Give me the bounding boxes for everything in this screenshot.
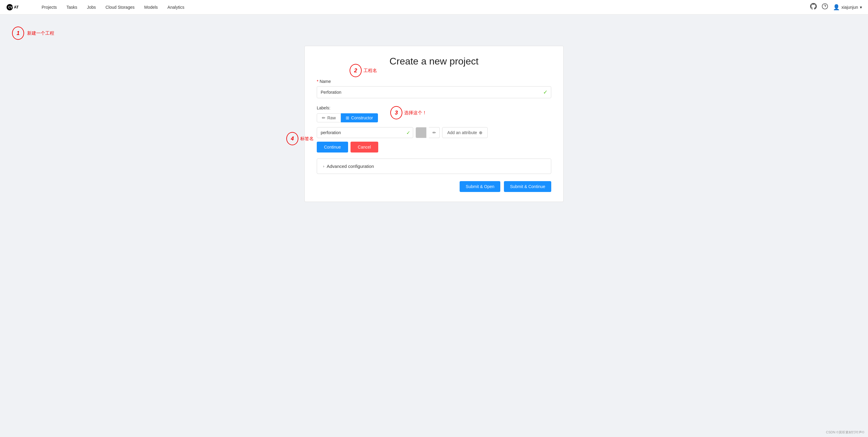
color-button[interactable]	[415, 127, 427, 138]
continue-button[interactable]: Continue	[317, 142, 348, 153]
name-label: * Name	[317, 79, 551, 84]
constructor-icon: ⊞	[346, 116, 349, 120]
nav-cloud-storages[interactable]: Cloud Storages	[101, 0, 140, 14]
constructor-tab[interactable]: ⊞ Constructor	[341, 113, 378, 122]
label-actions: Continue Cancel	[317, 142, 551, 153]
nav-tasks[interactable]: Tasks	[62, 0, 82, 14]
submit-row: Submit & Open Submit & Continue	[317, 181, 551, 192]
username: xiajunjun	[841, 5, 858, 10]
label-row: ✓ ✏ Add an attribute ⊕	[317, 127, 551, 138]
step1-annotation: 1 新建一个工程	[6, 27, 54, 40]
footer-note: CSDN ©莫听素材打叶声©	[826, 430, 864, 435]
project-name-input[interactable]	[317, 86, 551, 98]
chevron-right-icon: ›	[323, 164, 324, 168]
advanced-config-header: › Advanced configuration	[323, 164, 545, 169]
user-icon: 👤	[833, 4, 840, 10]
help-icon[interactable]	[822, 3, 828, 11]
svg-text:AT: AT	[14, 5, 19, 9]
step1-circle: 1	[12, 27, 24, 40]
name-valid-icon: ✓	[543, 89, 548, 96]
pencil-icon: ✏	[433, 130, 436, 135]
nav-projects[interactable]: Projects	[37, 0, 62, 14]
labels-section: Labels: ✏ Raw ⊞ Constructor	[317, 105, 551, 192]
plus-circle-icon: ⊕	[479, 130, 483, 135]
nav-links: Projects Tasks Jobs Cloud Storages Model…	[37, 0, 810, 14]
name-section: * Name ✓	[317, 79, 551, 98]
raw-tab[interactable]: ✏ Raw	[317, 113, 341, 122]
color-swatch	[421, 130, 422, 135]
required-star: *	[317, 79, 318, 84]
main-card: Create a new project * Name ✓ Labels:	[304, 46, 564, 202]
page-content: 1 新建一个工程 2 工程名 3 选择这个！ 4 标签名 Cre	[0, 14, 868, 214]
dropdown-icon: ▾	[860, 5, 862, 10]
label-name-input[interactable]	[317, 127, 413, 138]
submit-continue-button[interactable]: Submit & Continue	[504, 181, 551, 192]
nav-analytics[interactable]: Analytics	[163, 0, 189, 14]
svg-text:CV: CV	[8, 5, 13, 9]
label-valid-icon: ✓	[406, 130, 410, 136]
add-attr-label: Add an attribute	[447, 130, 477, 135]
brand[interactable]: CV AT	[6, 3, 27, 11]
github-icon[interactable]	[810, 3, 817, 11]
advanced-config-label: Advanced configuration	[327, 164, 374, 169]
nav-models[interactable]: Models	[139, 0, 162, 14]
edit-label-button[interactable]: ✏	[429, 127, 440, 138]
nav-right: 👤 xiajunjun ▾	[810, 3, 862, 11]
advanced-config[interactable]: › Advanced configuration	[317, 158, 551, 174]
submit-open-button[interactable]: Submit & Open	[460, 181, 500, 192]
navbar: CV AT Projects Tasks Jobs Cloud Storages…	[0, 0, 868, 14]
step1-text: 新建一个工程	[27, 30, 54, 36]
user-menu[interactable]: 👤 xiajunjun ▾	[833, 4, 862, 10]
labels-label: Labels:	[317, 105, 551, 110]
labels-tabs: ✏ Raw ⊞ Constructor	[317, 113, 551, 122]
cancel-button[interactable]: Cancel	[350, 142, 378, 153]
label-input-wrapper: ✓	[317, 127, 413, 138]
name-input-wrapper: ✓	[317, 86, 551, 98]
page-title: Create a new project	[317, 56, 551, 67]
add-attribute-button[interactable]: Add an attribute ⊕	[442, 127, 488, 138]
nav-jobs[interactable]: Jobs	[82, 0, 101, 14]
raw-icon: ✏	[322, 116, 326, 120]
card-wrapper: 2 工程名 3 选择这个！ 4 标签名 Create a new project…	[6, 46, 862, 202]
step4-circle: 4	[286, 132, 299, 145]
